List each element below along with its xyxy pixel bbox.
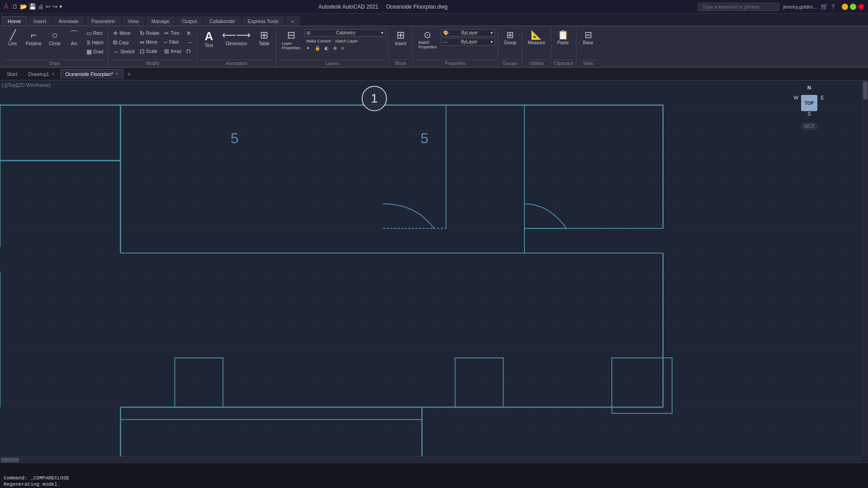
qa-print[interactable]: 🖨 bbox=[38, 3, 44, 10]
btn-mirror[interactable]: ⇔ Mirror bbox=[138, 38, 161, 47]
tab-manage[interactable]: Manage bbox=[146, 16, 175, 26]
btn-make-current[interactable]: Make Current bbox=[304, 38, 333, 44]
btn-layer-properties[interactable]: ⊟ LayerProperties bbox=[279, 29, 303, 52]
tool-arc[interactable]: ⌒ Arc bbox=[65, 29, 83, 47]
close-drawing1[interactable]: × bbox=[52, 71, 55, 76]
cmd-output-1: Command: _COMPARECLOSE bbox=[4, 475, 864, 481]
tab-start[interactable]: Start bbox=[2, 69, 22, 79]
add-tab-button[interactable]: + bbox=[124, 70, 133, 78]
tab-drawing1[interactable]: Drawing1 × bbox=[23, 69, 59, 79]
layer-buttons: Make Current Match Layer bbox=[304, 38, 386, 44]
view-cube: N W TOP E S WCS bbox=[791, 85, 827, 139]
btn-extend[interactable]: → bbox=[184, 38, 194, 47]
tab-view[interactable]: View bbox=[122, 16, 145, 26]
btn-rotate[interactable]: ↻ Rotate bbox=[138, 29, 161, 38]
tab-annotate[interactable]: Annotate bbox=[53, 16, 85, 26]
view-tools: ⊟ Base bbox=[579, 28, 597, 59]
circle-icon: ○ bbox=[52, 30, 57, 40]
rotate-icon: ↻ bbox=[140, 30, 145, 37]
tab-insert[interactable]: Insert bbox=[28, 16, 52, 26]
btn-erase[interactable]: ✕ bbox=[184, 29, 194, 38]
annotation-tools: A Text ⟵⟶ Dimension ⊞ Table bbox=[200, 28, 273, 59]
app-icon: A bbox=[4, 3, 9, 11]
tool-dimension[interactable]: ⟵⟶ Dimension bbox=[219, 29, 254, 47]
room-number-right: 5 bbox=[420, 130, 429, 147]
join-icon: ⊓ bbox=[186, 48, 191, 55]
group-properties: ⊙ MatchProperties 🎨 ByLayer ▾ — ByLayer … bbox=[414, 28, 498, 67]
layer-icon-1[interactable]: ☀ bbox=[304, 45, 312, 52]
btn-fillet[interactable]: ⌐ Fillet bbox=[162, 38, 183, 47]
tab-output[interactable]: Output bbox=[176, 16, 203, 26]
scrollbar-right[interactable] bbox=[862, 80, 868, 456]
scrollbar-bottom[interactable] bbox=[0, 456, 862, 463]
tab-collaborate[interactable]: Collaborate bbox=[204, 16, 241, 26]
group-groups-label: Groups bbox=[501, 60, 519, 67]
minimize-button[interactable]: − bbox=[842, 4, 848, 10]
bylayer-color-dropdown[interactable]: 🎨 ByLayer ▾ bbox=[441, 29, 495, 37]
tab-oceanside[interactable]: Oceanside Floorplan* × bbox=[61, 69, 124, 79]
close-button[interactable]: × bbox=[858, 4, 864, 10]
btn-gradient[interactable]: ▦ Grad bbox=[85, 47, 105, 56]
canvas-area[interactable]: [-][Top][2D Wireframe] bbox=[0, 80, 868, 463]
layer-icon-5[interactable]: ≡ bbox=[340, 45, 346, 52]
tool-circle[interactable]: ○ Circle bbox=[46, 29, 64, 47]
help-icon[interactable]: ? bbox=[831, 3, 835, 10]
tool-text[interactable]: A Text bbox=[200, 29, 218, 49]
bylayer-col: 🎨 ByLayer ▾ — ByLayer ▾ bbox=[441, 29, 495, 46]
qa-save[interactable]: 💾 bbox=[29, 3, 36, 10]
search-input[interactable] bbox=[698, 3, 779, 11]
tab-express-tools[interactable]: Express Tools bbox=[242, 16, 284, 26]
tab-parametric[interactable]: Parametric bbox=[85, 16, 121, 26]
btn-move[interactable]: ✛ Move bbox=[111, 29, 137, 38]
array-icon: ⊞ bbox=[164, 48, 169, 55]
qa-undo[interactable]: ↩ bbox=[46, 3, 51, 10]
layer-icon-4[interactable]: ⊕ bbox=[331, 45, 339, 52]
tab-home[interactable]: Home bbox=[2, 16, 27, 26]
btn-join[interactable]: ⊓ bbox=[184, 47, 194, 56]
btn-trim[interactable]: ✂ Trim bbox=[162, 29, 183, 38]
btn-hatch[interactable]: ⧖ Hatch bbox=[85, 38, 105, 47]
btn-rectangle[interactable]: ▭ Rect bbox=[85, 29, 105, 38]
qa-dropdown[interactable]: ▾ bbox=[59, 3, 62, 10]
tool-table[interactable]: ⊞ Table bbox=[255, 29, 273, 47]
document-tabs: Start Drawing1 × Oceanside Floorplan* × … bbox=[0, 68, 868, 80]
btn-array[interactable]: ⊞ Array bbox=[162, 47, 183, 56]
view-cube-top-button[interactable]: TOP bbox=[801, 95, 817, 111]
btn-stretch[interactable]: ↔ Stretch bbox=[111, 47, 137, 56]
btn-copy[interactable]: ⧉ Copy bbox=[111, 38, 137, 47]
cmd-output-highlight: Command: _COMPARECLOSE bbox=[4, 475, 69, 481]
btn-group[interactable]: ⊞ Group bbox=[501, 29, 519, 47]
close-oceanside[interactable]: × bbox=[116, 71, 118, 76]
btn-paste[interactable]: 📋 Paste bbox=[554, 29, 572, 47]
btn-insert[interactable]: ⊞ Insert bbox=[392, 29, 410, 47]
btn-match-layer[interactable]: Match Layer bbox=[334, 38, 360, 44]
wcs-label: WCS bbox=[802, 123, 816, 130]
group-draw-label: Draw bbox=[4, 60, 105, 67]
text-icon: A bbox=[205, 30, 213, 42]
layer-icon-3[interactable]: ◐ bbox=[323, 45, 330, 52]
tool-line[interactable]: ╱ Line bbox=[4, 29, 22, 47]
scrollbar-right-thumb[interactable] bbox=[863, 81, 868, 99]
tab-extra[interactable]: + bbox=[285, 16, 300, 26]
group-clipboard: 📋 Paste Clipboard bbox=[552, 28, 576, 67]
hatch-icon: ⧖ bbox=[86, 39, 90, 46]
btn-match-properties[interactable]: ⊙ MatchProperties bbox=[415, 29, 439, 51]
maximize-button[interactable]: □ bbox=[850, 4, 856, 10]
layer-dropdown[interactable]: ⊟ Cabinetry ▾ bbox=[304, 29, 386, 37]
tool-polyline[interactable]: ⌐ Polyline bbox=[23, 29, 44, 47]
bylayer-linetype-dropdown[interactable]: — ByLayer ▾ bbox=[441, 38, 495, 46]
block-tools: ⊞ Insert bbox=[392, 28, 410, 59]
qa-new[interactable]: 🗋 bbox=[12, 3, 18, 10]
group-utilities-label: Utilities bbox=[525, 60, 548, 67]
btn-measure[interactable]: 📐 Measure bbox=[525, 29, 548, 47]
qa-open[interactable]: 📂 bbox=[20, 3, 27, 10]
user-label[interactable]: jeremy.goldm... bbox=[783, 4, 816, 9]
layer-icon-2[interactable]: 🔒 bbox=[313, 45, 322, 52]
subscription-icon[interactable]: 🛒 bbox=[821, 3, 828, 10]
group-view-label: View bbox=[579, 60, 597, 67]
scrollbar-bottom-thumb[interactable] bbox=[1, 458, 19, 462]
qa-redo[interactable]: ↪ bbox=[52, 3, 57, 10]
btn-scale[interactable]: ⊡ Scale bbox=[138, 47, 161, 56]
btn-base-view[interactable]: ⊟ Base bbox=[579, 29, 597, 47]
base-view-icon: ⊟ bbox=[585, 30, 592, 39]
